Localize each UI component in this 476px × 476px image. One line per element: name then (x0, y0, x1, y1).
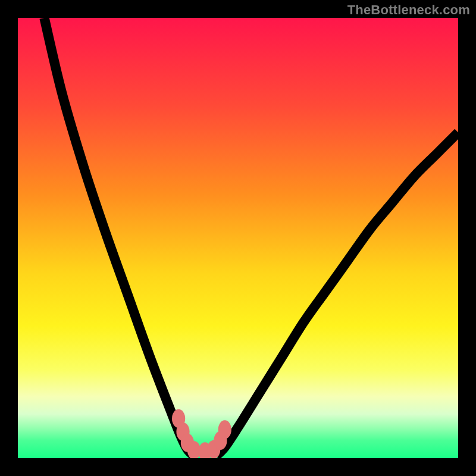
watermark-text: TheBottleneck.com (347, 2, 470, 18)
plot-area (18, 18, 458, 458)
left-curve (44, 18, 194, 456)
curve-layer (18, 18, 458, 458)
right-curve (216, 132, 458, 456)
chart-frame: TheBottleneck.com (0, 0, 476, 476)
basin-marker (218, 420, 231, 439)
